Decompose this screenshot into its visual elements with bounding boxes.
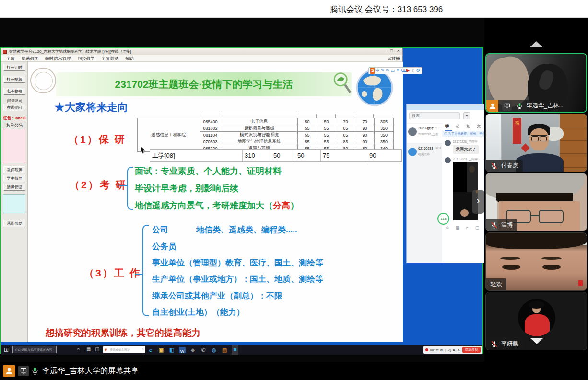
row2-value: 50 (295, 150, 321, 161)
cortana-icon[interactable]: ○ (77, 346, 80, 352)
scroll-up-arrow[interactable] (529, 41, 543, 47)
open-timer-button[interactable]: 打开计时 (3, 64, 25, 71)
participant-name: 李远华_吉林... (526, 102, 564, 110)
score-cell: 305 (375, 118, 394, 125)
speaker-icon[interactable]: ◁ (448, 348, 451, 352)
menu-sync-teaching[interactable]: 同步教学 (78, 56, 95, 62)
host-role-icon (486, 100, 498, 112)
menu-fullscreen[interactable]: 全屏 (6, 56, 15, 62)
teacher-capture-button[interactable]: 教师截屏 (3, 166, 25, 173)
tab-chat[interactable]: 聊天 (445, 123, 452, 131)
share-status-bar: 李远华_吉林大学的屏幕共享 (0, 362, 588, 380)
app-icon[interactable]: ◆ (189, 345, 196, 354)
university-seal-logo (30, 68, 56, 93)
kaoyan-item-text: ） (290, 201, 299, 210)
student-capture-button[interactable]: 学生截屏 (3, 175, 25, 182)
college-cell: 遥感信息工程学院 (138, 118, 200, 152)
mic-icon[interactable]: ● (453, 348, 455, 352)
message-sender: 23170228_王同学 (453, 140, 478, 144)
slide-title-banner: 231702班主题班会·疫情下的学习与生活 (56, 72, 352, 96)
chat-list-item[interactable]: 2020-数计 10:10 23170228_王智… (407, 124, 442, 143)
participant-name: 李妍麒 (500, 340, 518, 348)
brush-icon[interactable]: ✑ (386, 68, 390, 74)
shape-icon[interactable]: ▭ (391, 68, 395, 74)
open-video-button[interactable]: 打开视频 (3, 76, 25, 83)
meeting-id-title: 腾讯会议 会议号：313 653 396 (330, 4, 443, 15)
eraser-icon[interactable]: ⌫ (401, 68, 405, 74)
participant-tile[interactable]: 福 付春虎 (485, 114, 587, 172)
avatar (408, 148, 417, 156)
chat-list-item[interactable]: 62160233_王 9:45 收到老师 (407, 144, 442, 163)
score-cell: 70 (355, 118, 375, 125)
section2-brace (127, 167, 133, 210)
maximize-button[interactable]: □ (388, 48, 395, 53)
close-button[interactable]: × (395, 48, 401, 53)
meeting-app-icon[interactable]: ■ (232, 345, 238, 355)
help-button[interactable]: 系统帮助 (3, 220, 25, 227)
chat-toolbar-icons[interactable]: ☺ ▦ ✂ ▢ ✉ ◔ (445, 225, 484, 230)
mic-muted-icon (491, 339, 498, 349)
app-icon[interactable]: ▨ (221, 345, 228, 354)
score-cell: 85 (336, 138, 355, 145)
participant-tile[interactable]: 轻欢 (485, 232, 587, 291)
pointer-button[interactable]: 电子教鞭 (3, 88, 25, 95)
phone-icon[interactable]: ✆ (200, 345, 207, 354)
menu-temp-info[interactable]: 临时信息管理 (45, 56, 71, 62)
divider: | (445, 348, 446, 352)
broadcast-checkbox[interactable]: ☑转播 (388, 56, 400, 62)
store-icon[interactable]: ◧ (168, 345, 175, 354)
tab-files[interactable]: 文件 (477, 123, 484, 131)
lines-icon[interactable]: ≡ (396, 68, 400, 74)
chat-search-input[interactable] (409, 112, 460, 119)
video-fu-diamond-shape (521, 143, 529, 152)
browser-address-bar[interactable]: e 搜索或输入网址 ○ (103, 346, 145, 353)
participant-namebar: 李妍麒 (486, 338, 523, 350)
meeting-topbar: 腾讯会议 会议号：313 653 396 (0, 0, 588, 18)
chat-name: 62160233_王 (418, 146, 435, 151)
word-icon[interactable]: W (179, 347, 186, 353)
settings-icon[interactable]: ⚙ (416, 68, 421, 74)
task-view-icon[interactable]: ▦ (86, 346, 91, 352)
work-item: 公司地信类、遥感类、编程类..... (152, 224, 297, 235)
text-tool-icon[interactable]: T (411, 68, 415, 74)
tab-album[interactable]: 相册 (466, 123, 473, 131)
record-icon[interactable]: ▶ (406, 68, 411, 74)
kaoyan-item: 毕设计早考虑，别影响后续 (135, 183, 238, 194)
participant-tile[interactable]: 李远华_吉林... (485, 53, 587, 113)
browser-icon[interactable]: ◍ (211, 345, 217, 354)
scroll-down-arrow[interactable] (530, 338, 543, 344)
score-cell: 350 (375, 132, 394, 138)
next-page-chevron[interactable]: › (472, 190, 484, 214)
pen-icon[interactable]: ✎ (381, 68, 385, 74)
tab-announcement[interactable]: 公告 (456, 123, 463, 131)
stop-recording-button[interactable]: 结束录制 (462, 347, 481, 353)
major-cell: 地图学与地理信息系统 (221, 138, 298, 145)
score-cell: 55 (317, 138, 336, 145)
start-button[interactable]: ⊞ (4, 346, 9, 353)
mic-muted-icon (491, 220, 498, 230)
online-question-button[interactable]: 在线提问 (3, 104, 25, 111)
chat-add-button[interactable]: + (463, 112, 470, 119)
taskbar-search-input[interactable] (12, 346, 57, 353)
file-explorer-icon[interactable]: ▣ (158, 345, 165, 354)
work-item-text: 公司 (152, 225, 168, 234)
section3-brace (142, 225, 149, 316)
magnifier-leaf-icon (330, 70, 353, 97)
work-item: 公务员 (152, 241, 176, 252)
clear-screen-button[interactable]: 清屏管理 (3, 184, 25, 191)
menu-screen-teaching[interactable]: 屏幕教学 (22, 56, 39, 62)
score-cell: 85 (336, 125, 355, 132)
participant-tile[interactable]: 温博 (485, 173, 587, 231)
minimize-button[interactable]: – (382, 48, 388, 53)
close-icon[interactable]: ✕ (457, 348, 460, 352)
chat-titlebar (407, 104, 484, 110)
launcher-icon[interactable]: ◪ (370, 68, 375, 74)
edge-icon[interactable]: e (147, 345, 154, 354)
code-cell: 085400 (200, 118, 221, 125)
code-cell: 081104 (200, 132, 221, 138)
select-icon[interactable]: 中 (376, 68, 380, 74)
menu-help[interactable]: 帮助 (125, 56, 134, 62)
chat-notice: ⓘ 为了方便老师、家长、学生沟通、省… (442, 131, 484, 137)
menu-browse[interactable]: 全屏浏览 (101, 56, 118, 62)
pinned-app-icon[interactable]: ◫ (95, 346, 99, 352)
